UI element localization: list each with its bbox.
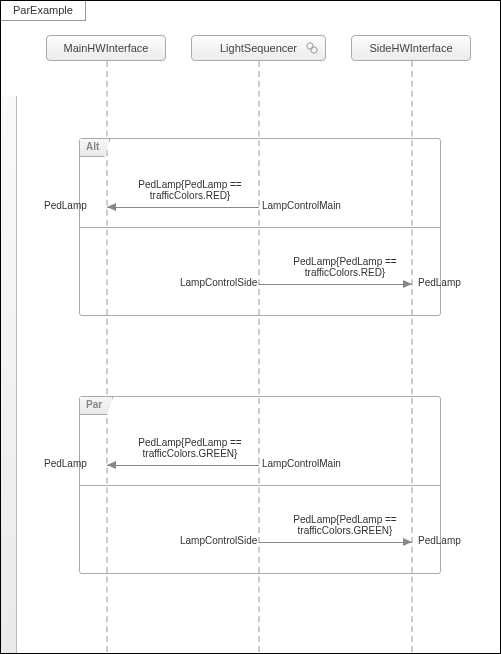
message-from-role: LampControlSide (180, 277, 257, 288)
message-arrow[interactable] (259, 542, 412, 543)
message-label: PedLamp{PedLamp == trafficColors.RED} (275, 256, 415, 278)
svg-point-1 (311, 47, 317, 53)
fragment-divider (80, 485, 440, 486)
lifeline-label: LightSequencer (220, 42, 297, 54)
message-from-role: LampControlMain (262, 200, 341, 211)
message-label: PedLamp{PedLamp == trafficColors.GREEN} (275, 514, 415, 536)
message-to-role: PedLamp (44, 200, 87, 211)
component-icon (305, 41, 319, 55)
message-to-role: PedLamp (44, 458, 87, 469)
lifeline-main-hw-interface[interactable]: MainHWInterface (46, 35, 166, 61)
message-label: PedLamp{PedLamp == trafficColors.RED} (120, 179, 260, 201)
fragment-divider (80, 227, 440, 228)
fragment-operator-label: Alt (80, 139, 110, 157)
message-arrow[interactable] (259, 284, 412, 285)
message-arrow[interactable] (107, 207, 259, 208)
fragment-operator-label: Par (80, 397, 113, 415)
diagram-tab[interactable]: ParExample (1, 1, 86, 21)
lifeline-side-hw-interface[interactable]: SideHWInterface (351, 35, 471, 61)
message-label: PedLamp{PedLamp == trafficColors.GREEN} (120, 437, 260, 459)
lifeline-light-sequencer[interactable]: LightSequencer (191, 35, 326, 61)
diagram-canvas: ParExample MainHWInterface LightSequence… (0, 0, 501, 654)
combined-fragment-alt[interactable]: Alt PedLamp{PedLamp == trafficColors.RED… (79, 138, 441, 316)
diagram-sidebar (1, 96, 17, 653)
svg-point-0 (307, 43, 313, 49)
message-to-role: PedLamp (418, 277, 461, 288)
message-from-role: LampControlSide (180, 535, 257, 546)
message-arrow[interactable] (107, 465, 259, 466)
message-to-role: PedLamp (418, 535, 461, 546)
combined-fragment-par[interactable]: Par PedLamp{PedLamp == trafficColors.GRE… (79, 396, 441, 574)
message-from-role: LampControlMain (262, 458, 341, 469)
